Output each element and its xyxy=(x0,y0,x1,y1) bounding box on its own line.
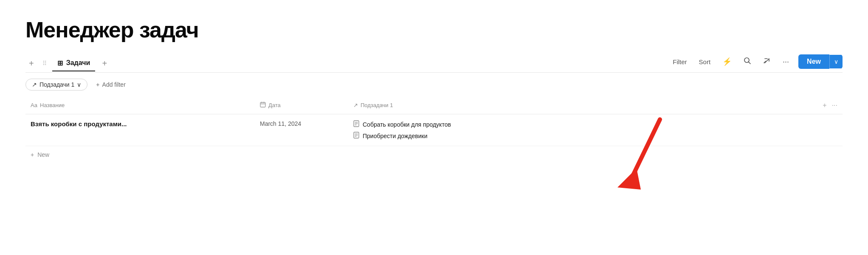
tab-bar: + ⠿ ⊞ Задачи + Filter Sort ⚡ xyxy=(25,54,843,73)
td-task-subtasks: Собрать коробки для продуктов xyxy=(348,114,484,146)
subtask-item-0[interactable]: Собрать коробки для продуктов xyxy=(353,120,451,128)
new-button-caret[interactable]: ∨ xyxy=(829,55,843,68)
sort-button[interactable]: Sort xyxy=(696,57,713,67)
lightning-button[interactable]: ⚡ xyxy=(720,55,734,68)
filter-pill-caret-icon: ∨ xyxy=(77,81,81,88)
tab-bar-left: + ⠿ ⊞ Задачи + xyxy=(25,56,110,71)
subtasks-filter-pill[interactable]: ↗ Подзадачи 1 ∨ xyxy=(25,79,87,91)
th-actions: + ··· xyxy=(826,99,843,111)
subtask-label-1: Приобрести дождевики xyxy=(363,133,428,139)
svg-marker-15 xyxy=(617,168,641,190)
filter-bar: ↗ Подзадачи 1 ∨ + Add filter xyxy=(25,73,843,95)
more-columns-icon[interactable]: ··· xyxy=(832,102,837,109)
th-date: Дата xyxy=(255,99,348,111)
td-task-name[interactable]: Взять коробки с продуктами... xyxy=(25,114,255,146)
table-icon: ⊞ xyxy=(57,59,63,67)
subtask-doc-icon-0 xyxy=(353,120,359,128)
svg-line-1 xyxy=(749,62,750,63)
search-button[interactable] xyxy=(741,55,754,68)
add-view-button[interactable]: + xyxy=(25,57,37,70)
table-header: Аа Название Дата ↗ xyxy=(25,96,843,114)
drag-handle-icon: ⠿ xyxy=(41,58,49,68)
th-subtasks: ↗ Подзадачи 1 xyxy=(348,99,484,111)
new-button[interactable]: New xyxy=(798,54,829,69)
filter-pill-icon: ↗ xyxy=(32,81,37,88)
th-name-label: Название xyxy=(40,102,65,108)
add-filter-button[interactable]: + Add filter xyxy=(93,79,129,90)
add-filter-icon: + xyxy=(96,81,99,88)
th-date-label: Дата xyxy=(268,102,281,108)
subtasks-list: Собрать коробки для продуктов xyxy=(353,120,451,140)
subtask-label-0: Собрать коробки для продуктов xyxy=(363,121,451,128)
th-subtasks-icon: ↗ xyxy=(353,102,358,108)
th-name-icon: Аа xyxy=(31,102,37,108)
svg-rect-2 xyxy=(260,102,265,107)
add-column-icon[interactable]: + xyxy=(823,102,826,109)
new-button-group: New ∨ xyxy=(798,54,843,69)
td-task-date: March 11, 2024 xyxy=(255,114,348,146)
add-new-label: New xyxy=(37,151,49,158)
add-tab-button[interactable]: + xyxy=(99,57,110,70)
subtask-doc-icon-1 xyxy=(353,132,359,140)
add-new-icon: + xyxy=(31,151,34,158)
main-content: ↗ Подзадачи 1 ∨ + Add filter Аа Название xyxy=(25,73,843,163)
th-date-icon xyxy=(260,102,266,109)
table-row: Взять коробки с продуктами... March 11, … xyxy=(25,114,843,146)
task-table: Аа Название Дата ↗ xyxy=(25,96,843,163)
add-new-task-row[interactable]: + New xyxy=(25,146,843,163)
tab-zadachi[interactable]: ⊞ Задачи xyxy=(52,56,96,71)
td-empty xyxy=(484,114,826,146)
td-row-actions xyxy=(826,114,843,146)
add-filter-label: Add filter xyxy=(102,81,126,88)
toolbar: Filter Sort ⚡ ··· New ∨ xyxy=(670,54,843,72)
th-subtasks-label: Подзадачи 1 xyxy=(361,102,393,108)
link-button[interactable] xyxy=(761,55,773,68)
filter-button[interactable]: Filter xyxy=(670,57,689,67)
tab-label: Задачи xyxy=(66,59,90,67)
page-title: Менеджер задач xyxy=(25,17,843,42)
more-button[interactable]: ··· xyxy=(780,56,792,68)
th-name: Аа Название xyxy=(25,99,255,111)
filter-pill-label: Подзадачи 1 xyxy=(39,81,74,88)
subtask-item-1[interactable]: Приобрести дождевики xyxy=(353,132,451,140)
